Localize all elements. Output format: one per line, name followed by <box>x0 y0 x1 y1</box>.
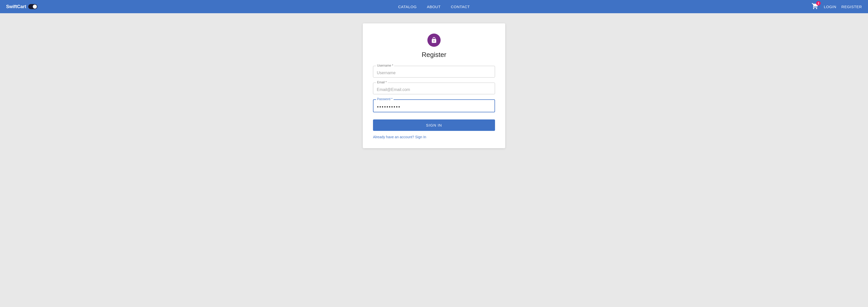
navbar-center-links: CATALOG ABOUT CONTACT <box>398 5 470 9</box>
brand-logo[interactable]: SwiftCart <box>6 4 37 9</box>
login-link[interactable]: LOGIN <box>824 5 836 9</box>
email-input[interactable] <box>377 87 491 92</box>
password-input[interactable] <box>377 104 491 110</box>
username-field-group: Username * <box>373 66 495 78</box>
nav-catalog[interactable]: CATALOG <box>398 5 417 9</box>
brand-name: SwiftCart <box>6 4 26 9</box>
theme-toggle[interactable] <box>28 4 37 9</box>
cart-button[interactable]: 2 <box>811 3 819 11</box>
password-field-border: Password * <box>373 99 495 112</box>
username-label: Username * <box>376 64 394 67</box>
navbar-right: 2 LOGIN REGISTER <box>811 3 862 11</box>
main-content: Register Username * Email * Password * S… <box>0 13 868 307</box>
password-label: Password * <box>376 97 394 101</box>
sign-in-link[interactable]: Already have an account? Sign In <box>373 135 426 139</box>
lock-circle <box>427 34 441 47</box>
register-title: Register <box>373 51 495 59</box>
username-input[interactable] <box>377 71 491 75</box>
cart-badge: 2 <box>816 1 821 6</box>
register-card: Register Username * Email * Password * S… <box>363 23 505 148</box>
navbar: SwiftCart CATALOG ABOUT CONTACT 2 LOGIN … <box>0 0 868 13</box>
lock-icon-wrapper <box>373 34 495 47</box>
email-field-border: Email * <box>373 83 495 94</box>
nav-about[interactable]: ABOUT <box>427 5 441 9</box>
register-link[interactable]: REGISTER <box>841 5 862 9</box>
lock-icon <box>431 37 437 43</box>
username-field-border: Username * <box>373 66 495 78</box>
sign-in-button[interactable]: SIGN IN <box>373 119 495 131</box>
email-field-group: Email * <box>373 83 495 94</box>
email-label: Email * <box>376 81 388 84</box>
toggle-knob <box>33 5 37 9</box>
nav-contact[interactable]: CONTACT <box>451 5 470 9</box>
already-account-text: Already have an account? Sign In <box>373 135 495 139</box>
password-field-group: Password * <box>373 99 495 112</box>
